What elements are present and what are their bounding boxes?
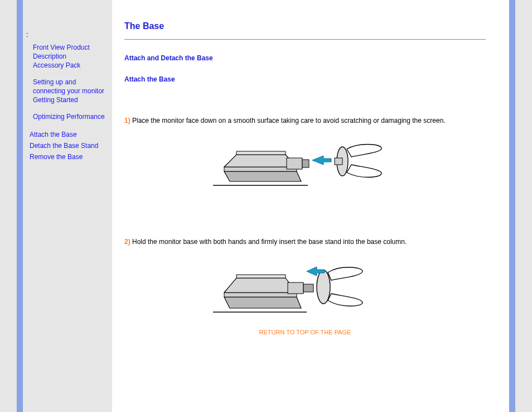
sidebar-link-front-view[interactable]: Front View Product Description [33, 43, 108, 61]
svg-rect-5 [287, 158, 302, 169]
sidebar-link-getting-started[interactable]: Getting Started [33, 95, 108, 104]
page-title: The Base [124, 21, 486, 31]
svg-marker-2 [224, 167, 297, 171]
sidebar-group-1: Front View Product Description Accessory… [30, 43, 108, 70]
left-accent-stripe [17, 0, 23, 412]
sidebar-link-accessory-pack[interactable]: Accessory Pack [33, 61, 108, 70]
right-margin [515, 0, 532, 412]
sidebar-colon: : [26, 31, 108, 39]
step-2: 2) Hold the monitor base with both hands… [124, 238, 486, 246]
step-1-number: 1) [124, 117, 130, 124]
sidebar-link-remove-base[interactable]: Remove the Base [30, 151, 108, 162]
section-heading-attach: Attach the Base [124, 75, 486, 83]
svg-rect-15 [288, 282, 303, 294]
illustration-1 [124, 132, 486, 195]
svg-marker-4 [236, 151, 286, 155]
left-margin [0, 0, 17, 412]
svg-marker-12 [224, 293, 297, 297]
main-content: The Base Attach and Detach the Base Atta… [112, 0, 509, 412]
sidebar-link-detach-base-stand[interactable]: Detach the Base Stand [30, 140, 108, 151]
sidebar-nav: : Front View Product Description Accesso… [23, 0, 112, 412]
divider [124, 39, 486, 40]
step-2-text: Hold the monitor base with both hands an… [130, 238, 407, 246]
step-2-number: 2) [124, 238, 130, 246]
section-heading-attach-detach: Attach and Detach the Base [124, 54, 486, 62]
right-accent-stripe [509, 0, 515, 412]
step-1-text: Place the monitor face down on a smooth … [130, 117, 446, 124]
monitor-base-insert-icon [213, 253, 397, 320]
svg-point-17 [317, 270, 330, 304]
sidebar-link-optimizing[interactable]: Optimizing Performance [33, 112, 108, 121]
return-to-top-link[interactable]: RETURN TO TOP OF THE PAGE [124, 329, 486, 336]
step-1: 1) Place the monitor face down on a smoo… [124, 117, 486, 124]
sidebar-link-attach-base[interactable]: Attach the Base [30, 129, 108, 140]
sidebar-group-3: Optimizing Performance [30, 112, 108, 121]
svg-marker-14 [236, 275, 286, 278]
page-frame: : Front View Product Description Accesso… [0, 0, 532, 412]
sidebar-group-4: Attach the Base Detach the Base Stand Re… [30, 129, 108, 162]
svg-rect-16 [303, 284, 313, 292]
svg-marker-3 [224, 155, 297, 167]
illustration-2 [124, 253, 486, 322]
sidebar-group-2: Setting up and connecting your monitor G… [30, 78, 108, 104]
svg-marker-13 [224, 278, 297, 293]
svg-rect-8 [335, 158, 342, 165]
svg-marker-9 [312, 156, 331, 165]
monitor-base-detached-icon [213, 132, 397, 194]
svg-rect-6 [302, 160, 309, 167]
sidebar-link-setting-up[interactable]: Setting up and connecting your monitor [33, 78, 108, 95]
svg-marker-11 [224, 297, 301, 308]
svg-marker-1 [224, 171, 301, 181]
